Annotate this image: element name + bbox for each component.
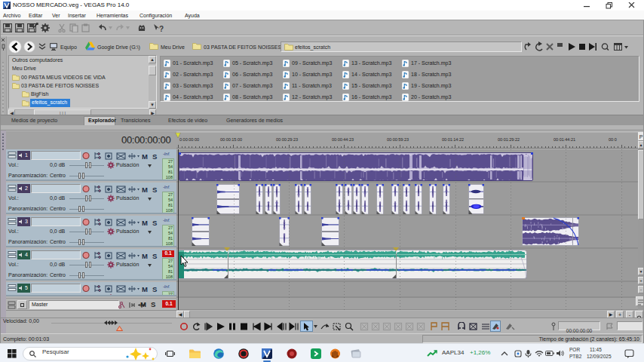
svg-text:M: M — [142, 152, 148, 161]
svg-text:M: M — [142, 285, 148, 293]
svg-text:?: ? — [159, 25, 164, 32]
svg-text:M: M — [142, 186, 148, 194]
svg-text:M: M — [142, 252, 148, 260]
svg-text:M: M — [142, 219, 148, 227]
svg-text:S: S — [152, 186, 157, 194]
svg-text:S: S — [152, 152, 157, 161]
svg-text:S: S — [152, 252, 157, 260]
svg-text:S: S — [152, 219, 157, 227]
svg-text:S: S — [152, 285, 157, 293]
